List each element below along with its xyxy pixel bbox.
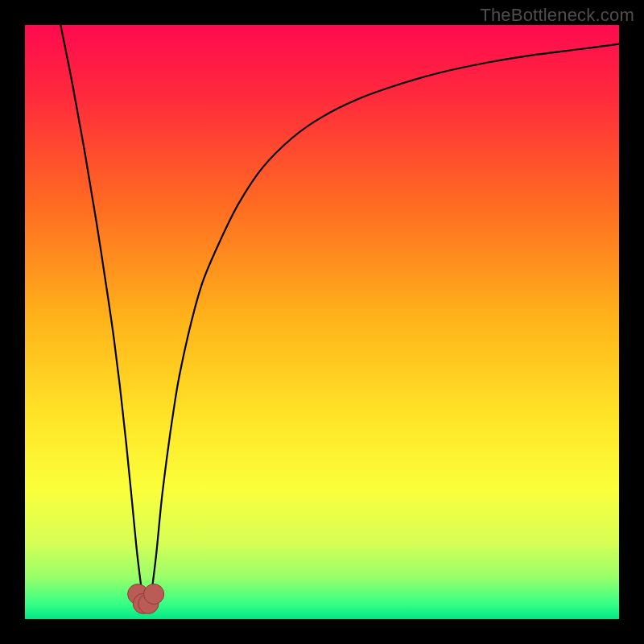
outer-frame: TheBottleneck.com <box>0 0 644 644</box>
watermark-text: TheBottleneck.com <box>480 5 634 26</box>
bottleneck-chart <box>25 25 619 619</box>
minimum-marker <box>144 584 164 604</box>
plot-area <box>25 25 619 619</box>
gradient-background <box>25 25 619 619</box>
